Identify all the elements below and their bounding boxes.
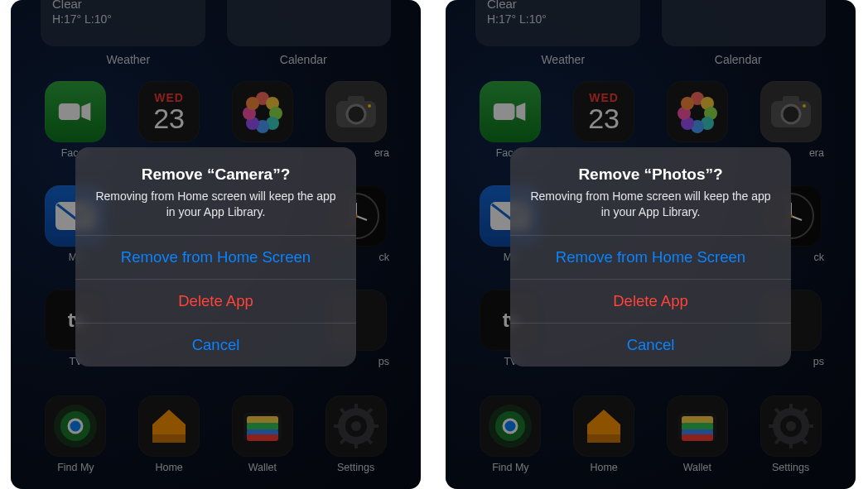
app-home[interactable]: Home (567, 396, 641, 473)
weather-hilo: H:17° L:10° (487, 12, 629, 26)
findmy-icon (480, 396, 541, 457)
weather-widget[interactable]: Clear H:17° L:10° (41, 0, 205, 46)
calendar-day: 23 (153, 104, 185, 132)
camera-icon (326, 81, 387, 142)
calendar-day: 23 (588, 104, 620, 132)
calendar-icon: WED 23 (138, 81, 200, 142)
home-icon (138, 396, 200, 457)
photos-icon (232, 81, 293, 142)
delete-app-button[interactable]: Delete App (75, 279, 356, 323)
app-label: Settings (337, 462, 374, 473)
findmy-icon (45, 396, 106, 457)
alert-title: Remove “Camera”? (92, 165, 340, 184)
calendar-icon: WED 23 (573, 81, 634, 142)
app-label: Home (590, 462, 617, 473)
app-label: Home (155, 462, 182, 473)
weather-widget[interactable]: Clear H:17° L:10° (475, 0, 640, 46)
home-icon (573, 396, 634, 457)
camera-icon (760, 81, 822, 142)
wallet-icon (667, 396, 728, 457)
calendar-label: Calendar (651, 50, 827, 66)
app-wallet[interactable]: Wallet (226, 396, 300, 473)
weather-condition: Clear (487, 0, 629, 11)
remove-app-alert: Remove “Camera”? Removing from Home scre… (75, 147, 356, 367)
calendar-label: Calendar (216, 50, 392, 66)
app-label: Wallet (683, 462, 711, 473)
weather-condition: Clear (52, 0, 194, 11)
wallet-icon (232, 396, 293, 457)
weather-hilo: H:17° L:10° (52, 12, 194, 26)
app-label: Find My (57, 462, 94, 473)
cancel-button[interactable]: Cancel (75, 323, 356, 367)
app-settings[interactable]: Settings (319, 396, 393, 473)
app-settings[interactable]: Settings (754, 396, 827, 473)
phone-screen-left: Clear H:17° L:10° Weather Calendar FaceT… (11, 0, 421, 489)
facetime-icon (480, 81, 541, 142)
calendar-widget[interactable] (227, 0, 392, 46)
alert-title: Remove “Photos”? (527, 165, 774, 184)
photos-icon (667, 81, 728, 142)
remove-from-home-button[interactable]: Remove from Home Screen (75, 235, 356, 279)
app-findmy[interactable]: Find My (474, 396, 547, 473)
remove-from-home-button[interactable]: Remove from Home Screen (510, 235, 791, 279)
app-label: Settings (772, 462, 809, 473)
phone-screen-right: Clear H:17° L:10° Weather Calendar FaceT… (446, 0, 856, 489)
weather-label: Weather (41, 50, 216, 66)
gear-icon (326, 396, 387, 457)
app-label: Find My (492, 462, 528, 473)
app-label: Wallet (248, 462, 277, 473)
calendar-widget[interactable] (662, 0, 827, 46)
cancel-button[interactable]: Cancel (510, 323, 791, 367)
facetime-icon (45, 81, 106, 142)
delete-app-button[interactable]: Delete App (510, 279, 791, 323)
alert-message: Removing from Home screen will keep the … (527, 189, 774, 220)
remove-app-alert: Remove “Photos”? Removing from Home scre… (510, 147, 791, 367)
app-wallet[interactable]: Wallet (661, 396, 735, 473)
weather-label: Weather (475, 50, 651, 66)
gear-icon (760, 396, 822, 457)
app-home[interactable]: Home (133, 396, 206, 473)
app-findmy[interactable]: Find My (39, 396, 113, 473)
alert-message: Removing from Home screen will keep the … (92, 189, 340, 220)
